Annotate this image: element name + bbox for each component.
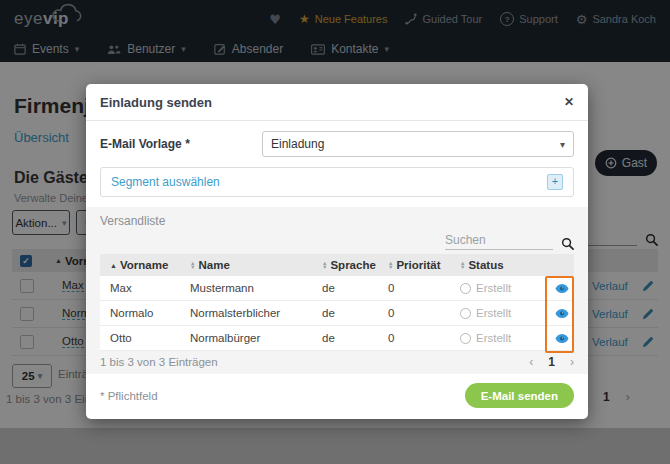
status-circle-icon <box>460 308 471 319</box>
table-info: 1 bis 3 von 3 Einträgen <box>100 356 218 368</box>
cell-vorname: Otto <box>100 332 190 344</box>
modal-form: E-Mail Vorlage * Einladung ▾ Segment aus… <box>86 121 588 197</box>
search-input[interactable] <box>445 231 553 250</box>
chevron-down-icon: ▾ <box>560 139 565 150</box>
screen: eyevip ♥ ★Neue Features Guided Tour ?Sup… <box>0 0 670 464</box>
cell-prioritaet: 0 <box>388 282 460 294</box>
email-template-select[interactable]: Einladung ▾ <box>262 131 574 157</box>
segment-select-link[interactable]: Segment auswählen <box>111 175 220 189</box>
versandliste-table: ▲Vorname ▲▼Name ▲▼Sprache ▲▼Priorität ▲▼… <box>100 254 574 351</box>
table-row: Max Mustermann de 0 Erstellt <box>100 276 574 301</box>
required-field-note: * Pflichtfeld <box>100 390 158 402</box>
prev-page-button[interactable]: ‹ <box>529 355 533 369</box>
segment-box: Segment auswählen + <box>100 167 574 197</box>
template-label: E-Mail Vorlage * <box>100 137 262 151</box>
cell-name: Normalbürger <box>190 332 322 344</box>
sort-icon: ▲▼ <box>322 261 327 270</box>
cell-prioritaet: 0 <box>388 307 460 319</box>
sort-icon: ▲▼ <box>460 261 465 270</box>
close-icon[interactable]: ✕ <box>564 95 574 109</box>
cell-vorname: Max <box>100 282 190 294</box>
status-circle-icon <box>460 283 471 294</box>
versandliste-search <box>100 231 574 250</box>
cell-sprache: de <box>322 307 388 319</box>
status-badge: Erstellt <box>460 307 549 319</box>
eye-icon <box>555 333 569 344</box>
preview-button[interactable] <box>549 308 574 319</box>
eye-icon <box>555 283 569 294</box>
column-header-vorname[interactable]: ▲Vorname <box>100 259 190 271</box>
table-row: Otto Normalbürger de 0 Erstellt <box>100 326 574 351</box>
next-page-button[interactable]: › <box>570 355 574 369</box>
versandliste-panel: Versandliste ▲Vorname ▲▼Name ▲▼Sprache ▲… <box>86 207 588 374</box>
status-circle-icon <box>460 333 471 344</box>
email-senden-button[interactable]: E-Mail senden <box>465 383 574 408</box>
einladung-senden-modal: Einladung senden ✕ E-Mail Vorlage * Einl… <box>86 84 588 419</box>
plus-square-icon[interactable]: + <box>547 174 563 190</box>
table-row: Normalo Normalsterblicher de 0 Erstellt <box>100 301 574 326</box>
sort-icon: ▲▼ <box>388 261 393 270</box>
versandliste-table-header: ▲Vorname ▲▼Name ▲▼Sprache ▲▼Priorität ▲▼… <box>100 254 574 276</box>
sort-icon: ▲▼ <box>190 261 195 270</box>
modal-footer: * Pflichtfeld E-Mail senden <box>86 374 588 419</box>
modal-title: Einladung senden <box>100 95 212 110</box>
modal-pagination: ‹ 1 › <box>529 355 574 369</box>
preview-button[interactable] <box>549 333 574 344</box>
cell-name: Normalsterblicher <box>190 307 322 319</box>
cell-sprache: de <box>322 332 388 344</box>
page-number[interactable]: 1 <box>548 355 555 369</box>
status-badge: Erstellt <box>460 282 549 294</box>
column-header-name[interactable]: ▲▼Name <box>190 259 322 271</box>
selected-template-value: Einladung <box>271 137 324 151</box>
versandliste-footer: 1 bis 3 von 3 Einträgen ‹ 1 › <box>100 355 574 369</box>
column-header-sprache[interactable]: ▲▼Sprache <box>322 259 388 271</box>
versandliste-title: Versandliste <box>100 214 574 228</box>
status-badge: Erstellt <box>460 332 549 344</box>
column-header-status[interactable]: ▲▼Status <box>460 259 549 271</box>
preview-button[interactable] <box>549 283 574 294</box>
column-header-prioritaet[interactable]: ▲▼Priorität <box>388 259 460 271</box>
search-icon[interactable] <box>561 237 574 250</box>
cell-name: Mustermann <box>190 282 322 294</box>
eye-icon <box>555 308 569 319</box>
modal-header: Einladung senden ✕ <box>86 84 588 121</box>
cell-prioritaet: 0 <box>388 332 460 344</box>
cell-vorname: Normalo <box>100 307 190 319</box>
cell-sprache: de <box>322 282 388 294</box>
sort-asc-icon: ▲ <box>110 262 117 269</box>
versandliste-table-body: Max Mustermann de 0 Erstellt Normalo Nor… <box>100 276 574 351</box>
